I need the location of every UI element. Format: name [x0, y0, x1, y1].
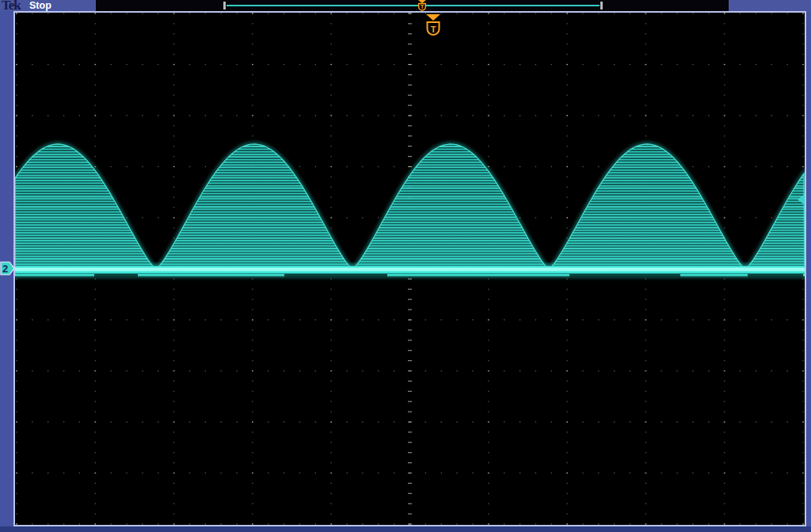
record-view-bar: T [96, 0, 729, 11]
acquisition-status: Stop [29, 0, 51, 11]
trigger-position-marker[interactable]: T [426, 14, 440, 35]
channel-2-waveform [15, 131, 805, 278]
record-trigger-position-icon[interactable]: T [417, 0, 428, 11]
graticule-frame: T [13, 11, 806, 526]
record-window-bracket-right[interactable] [600, 2, 603, 10]
channel-2-label: 2 [2, 263, 8, 275]
top-status-bar: Tek Stop T [0, 0, 811, 11]
trigger-caret-icon [426, 14, 440, 21]
bottom-readout-strip [0, 526, 811, 532]
record-trigger-label: T [421, 3, 425, 10]
channel-2-marker[interactable]: 2 [0, 260, 15, 277]
graticule-area: T [15, 13, 805, 525]
record-window-bracket-left[interactable] [223, 2, 226, 10]
record-waveform-line [227, 5, 600, 6]
oscilloscope-screen: Tek Stop T [0, 0, 811, 532]
right-bezel [806, 11, 811, 526]
trigger-marker-label: T [431, 25, 436, 34]
